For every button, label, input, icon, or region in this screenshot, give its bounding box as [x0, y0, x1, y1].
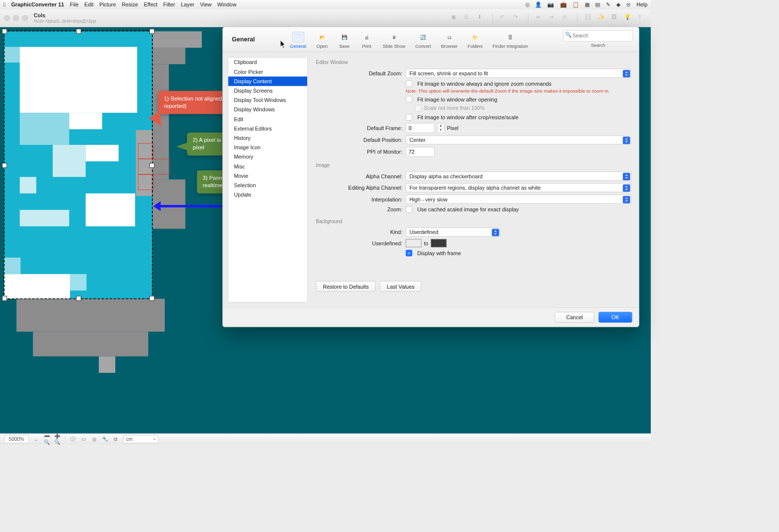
- menu-layer[interactable]: Layer: [181, 1, 194, 8]
- redo-icon[interactable]: ↷: [513, 14, 521, 21]
- search-input[interactable]: [563, 30, 633, 41]
- bulb-icon[interactable]: 💡: [624, 14, 632, 21]
- sidebar-item-edit[interactable]: Edit: [228, 114, 307, 124]
- zoom-field[interactable]: 5000%: [4, 435, 29, 443]
- wrench-icon[interactable]: 🔧: [102, 436, 108, 442]
- sidebar-item-memory[interactable]: Memory: [228, 152, 307, 162]
- tab-open[interactable]: 📂Open: [313, 30, 331, 50]
- menu-help[interactable]: Help: [637, 1, 647, 8]
- menu-window[interactable]: Window: [217, 1, 237, 8]
- menu-edit[interactable]: Edit: [84, 1, 94, 8]
- menu-file[interactable]: File: [70, 1, 79, 8]
- interp-select[interactable]: High - very slow: [406, 195, 632, 203]
- sidebar-item-update[interactable]: Update: [228, 190, 307, 200]
- camera-icon[interactable]: 📷: [547, 1, 554, 8]
- zoom-window-icon[interactable]: [22, 15, 28, 21]
- tab-browser[interactable]: 🗂Browser: [438, 30, 461, 50]
- selection-handle[interactable]: [2, 29, 7, 33]
- zoom-cache-checkbox[interactable]: [406, 206, 412, 213]
- arrow-up-icon[interactable]: ⇗: [562, 14, 569, 21]
- last-values-button[interactable]: Last Values: [380, 281, 421, 292]
- chevron-down-icon[interactable]: ⌄: [33, 436, 39, 442]
- bg-swatch-1[interactable]: [406, 239, 422, 247]
- ppi-input[interactable]: [406, 147, 434, 157]
- arrow-left-icon[interactable]: ⇐: [536, 14, 543, 21]
- arrow-right-icon[interactable]: ⇒: [549, 14, 557, 21]
- magicwand-icon[interactable]: ✨: [598, 14, 605, 21]
- menu-resize[interactable]: Resize: [122, 1, 138, 8]
- kind-select[interactable]: Userdefined: [406, 228, 500, 236]
- frame-stepper[interactable]: ▲▼: [437, 123, 444, 133]
- sidebar-item-colorpicker[interactable]: Color Picker: [228, 67, 307, 76]
- calendar-icon[interactable]: ▤: [595, 1, 600, 8]
- sidebar-item-clipboard[interactable]: Clipboard: [228, 58, 307, 67]
- tab-convert[interactable]: 🔄Convert: [412, 30, 435, 50]
- sidebar-item-externaleditors[interactable]: External Editors: [228, 124, 307, 133]
- sidebar-item-misc[interactable]: Misc: [228, 162, 307, 171]
- sidebar-item-movie[interactable]: Movie: [228, 171, 307, 181]
- cancel-button[interactable]: Cancel: [555, 312, 594, 323]
- user-icon[interactable]: 👤: [535, 1, 541, 8]
- tab-print[interactable]: 🖨Print: [357, 30, 376, 50]
- sliders-icon[interactable]: ┇┇: [585, 14, 592, 21]
- restore-defaults-button[interactable]: Restore to Defaults: [316, 281, 376, 292]
- clipboard-icon[interactable]: 📋: [572, 1, 579, 8]
- selection-handle[interactable]: [149, 29, 154, 33]
- tab-general[interactable]: 📄General: [286, 30, 309, 50]
- default-position-select[interactable]: Center: [406, 135, 632, 144]
- copy-icon[interactable]: ⧉: [112, 436, 119, 442]
- sidebar-item-displayscreens[interactable]: Display Screens: [228, 86, 307, 96]
- selection-handle[interactable]: [76, 29, 81, 33]
- undo-icon[interactable]: ↶: [500, 14, 507, 21]
- tab-slideshow[interactable]: 🖥Slide Show: [379, 30, 408, 50]
- sidebar-item-windows[interactable]: Display Windows: [228, 105, 307, 114]
- bg-swatch-2[interactable]: [431, 239, 447, 247]
- sidebar-item-toolwindows[interactable]: Display Tool Windows: [228, 96, 307, 105]
- apple-icon[interactable]: : [3, 1, 5, 8]
- unit-select[interactable]: cm: [123, 435, 159, 443]
- alpha-select[interactable]: Display alpha as checkerboard: [406, 171, 632, 180]
- display-frame-checkbox[interactable]: [406, 250, 412, 256]
- nosign-icon[interactable]: ⊝: [626, 1, 631, 8]
- selection-handle[interactable]: [149, 296, 154, 301]
- selection-marquee[interactable]: [4, 31, 153, 299]
- tab-save[interactable]: 💾Save: [335, 30, 354, 50]
- default-zoom-select[interactable]: Fill screen, shrink or expand to fit: [406, 69, 632, 78]
- list-icon[interactable]: ☰: [464, 14, 471, 21]
- selection-handle[interactable]: [2, 163, 7, 167]
- target-icon[interactable]: ◎: [525, 1, 530, 8]
- info-icon[interactable]: ⓘ: [70, 436, 76, 442]
- app-name[interactable]: GraphicConverter 11: [11, 1, 64, 8]
- menu-picture[interactable]: Picture: [99, 1, 116, 8]
- editalpha-select[interactable]: For transparent regions, display alpha c…: [406, 183, 632, 192]
- default-frame-input[interactable]: [406, 123, 434, 133]
- fit-always-checkbox[interactable]: [406, 80, 412, 87]
- grid-icon[interactable]: ▦: [585, 1, 590, 8]
- zoom-out-icon[interactable]: ➖🔍: [44, 436, 50, 442]
- selection-handle[interactable]: [2, 296, 7, 301]
- diamond-icon[interactable]: ◆: [616, 1, 620, 8]
- share-icon[interactable]: ⇪: [637, 14, 645, 21]
- minimize-window-icon[interactable]: [13, 15, 19, 21]
- ok-button[interactable]: OK: [599, 312, 633, 323]
- zoom-in-icon[interactable]: ➕🔍: [54, 436, 61, 442]
- fit-after-crop-checkbox[interactable]: [406, 114, 412, 120]
- target-icon[interactable]: ◎: [91, 436, 98, 442]
- chevron-down-icon[interactable]: ▼: [437, 128, 444, 133]
- sidebar-item-displaycontent[interactable]: Display Content: [228, 76, 307, 86]
- selection-handle[interactable]: [76, 296, 81, 301]
- menu-view[interactable]: View: [200, 1, 212, 8]
- sidebar-item-selection[interactable]: Selection: [228, 181, 307, 190]
- wand-icon[interactable]: ✎: [606, 1, 610, 8]
- fit-after-open-checkbox[interactable]: [406, 96, 412, 102]
- tab-folders[interactable]: 📁Folders: [464, 30, 486, 50]
- window-controls[interactable]: [4, 15, 28, 21]
- image-icon[interactable]: 🖼: [611, 14, 619, 21]
- chevron-up-icon[interactable]: ▲: [437, 124, 444, 129]
- menu-effect[interactable]: Effect: [144, 1, 158, 8]
- menu-filter[interactable]: Filter: [163, 1, 175, 8]
- sidebar-item-imageicon[interactable]: Image Icon: [228, 143, 307, 152]
- download-icon[interactable]: ⬇︎: [477, 14, 485, 21]
- briefcase-icon[interactable]: 💼: [560, 1, 567, 8]
- tab-finder[interactable]: 🗄Finder Integration: [489, 30, 531, 50]
